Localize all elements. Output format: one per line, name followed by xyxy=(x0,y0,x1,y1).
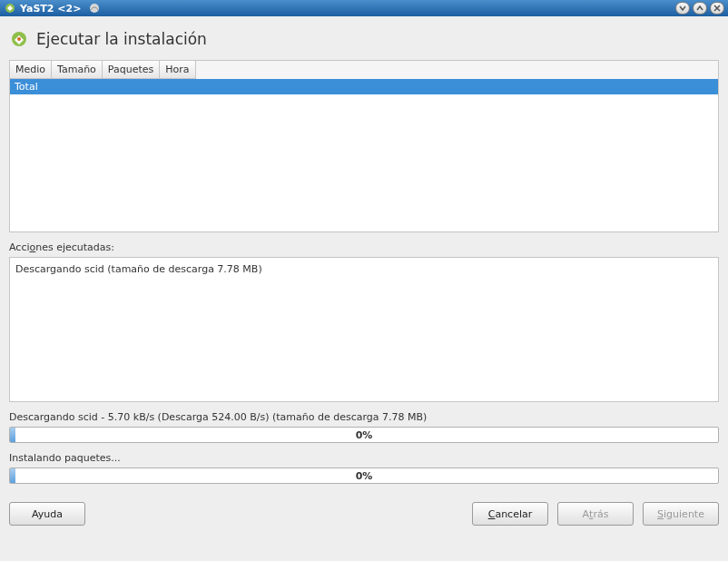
svg-point-1 xyxy=(90,4,99,13)
close-button[interactable] xyxy=(710,2,724,15)
svg-point-3 xyxy=(17,37,21,41)
media-table: Medio Tamaño Paquetes Hora Total xyxy=(9,60,719,232)
actions-label: Acciones ejecutadas: xyxy=(9,241,719,253)
table-cell: Total xyxy=(10,79,184,94)
log-line: Descargando scid (tamaño de descarga 7.7… xyxy=(15,263,713,275)
column-header-tamano[interactable]: Tamaño xyxy=(52,61,103,79)
download-progress-label: Descargando scid - 5.70 kB/s (Descarga 5… xyxy=(9,411,719,423)
table-header: Medio Tamaño Paquetes Hora xyxy=(10,61,718,79)
table-row[interactable]: Total xyxy=(10,79,718,94)
column-header-medio[interactable]: Medio xyxy=(10,61,52,79)
back-pre: A xyxy=(583,508,590,520)
actions-log: Descargando scid (tamaño de descarga 7.7… xyxy=(9,257,719,402)
content-area: Ejecutar la instalación Medio Tamaño Paq… xyxy=(0,16,728,561)
download-progress-bar: 0% xyxy=(9,427,719,443)
column-header-paquetes[interactable]: Paquetes xyxy=(103,61,160,79)
install-progress-fill xyxy=(10,468,15,483)
column-header-hora[interactable]: Hora xyxy=(160,61,195,79)
yast-icon xyxy=(9,29,29,49)
download-progress-fill xyxy=(10,428,15,442)
titlebar: YaST2 <2> xyxy=(0,0,728,16)
page-header: Ejecutar la instalación xyxy=(9,29,719,49)
maximize-button[interactable] xyxy=(693,2,707,15)
cancel-ul: C xyxy=(488,508,496,520)
app-icon xyxy=(4,2,16,15)
footer: Ayuda Cancelar Atrás Siguiente xyxy=(9,502,719,526)
footer-spacer xyxy=(85,502,463,526)
next-rest: iguiente xyxy=(664,508,704,520)
back-post: rás xyxy=(593,508,608,520)
actions-label-post: nes ejecutadas: xyxy=(35,241,114,253)
window: YaST2 <2> Ejecutar la instalación Medio … xyxy=(0,0,728,561)
install-progress-label: Instalando paquetes... xyxy=(9,452,719,464)
page-title: Ejecutar la instalación xyxy=(36,30,207,48)
download-progress-block: Descargando scid - 5.70 kB/s (Descarga 5… xyxy=(9,411,719,443)
cancel-rest: ancelar xyxy=(495,508,532,520)
window-title: YaST2 <2> xyxy=(20,3,81,15)
install-progress-bar: 0% xyxy=(9,468,719,484)
download-progress-text: 0% xyxy=(356,429,373,441)
actions-label-pre: Acci xyxy=(9,241,29,253)
next-ul: S xyxy=(657,508,664,520)
table-body: Total xyxy=(10,79,718,231)
cancel-button[interactable]: Cancelar xyxy=(472,502,548,526)
install-progress-block: Instalando paquetes... 0% xyxy=(9,452,719,484)
secondary-icon xyxy=(88,2,101,15)
minimize-button[interactable] xyxy=(675,2,690,15)
back-button: Atrás xyxy=(557,502,634,526)
install-progress-text: 0% xyxy=(356,470,373,482)
help-button[interactable]: Ayuda xyxy=(9,502,85,526)
next-button: Siguiente xyxy=(643,502,719,526)
